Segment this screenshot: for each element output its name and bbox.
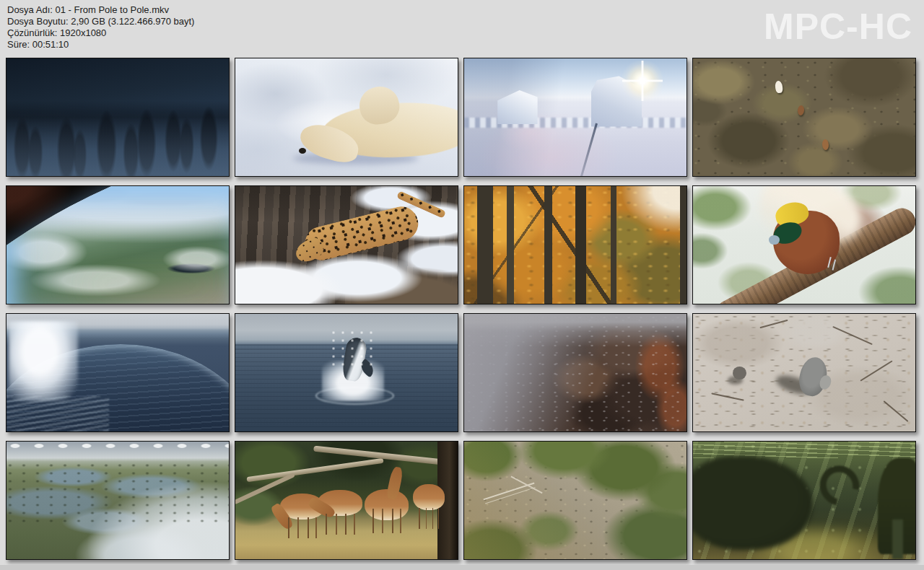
thumbnail-elephants-sand-aerial: [692, 313, 916, 432]
water-reflections: [6, 396, 109, 431]
thumbnail-amur-leopard-snow: [235, 185, 458, 304]
thumbnail-bird-of-paradise: [692, 185, 916, 304]
thumbnail-polar-bears-snow: [235, 58, 458, 177]
impala-legs: [416, 508, 442, 529]
thumbnail-waterfall-mist: [463, 313, 687, 432]
twig: [883, 400, 908, 422]
thumbnail-bushland-aerial: [463, 441, 687, 560]
twig: [711, 393, 744, 401]
impala: [365, 477, 409, 533]
impala-legs: [321, 514, 359, 535]
thumbnail-autumn-forest: [463, 185, 687, 304]
twig: [860, 361, 892, 382]
file-info: Dosya Adı: 01 - From Pole to Pole.mkv Do…: [7, 4, 194, 51]
thumbnail-earth-from-space: [6, 185, 230, 304]
impala-legs: [284, 517, 321, 538]
impala: [318, 488, 362, 535]
water-droplets: [331, 329, 375, 367]
thumbnail-grid: [6, 58, 916, 560]
twig: [832, 326, 873, 345]
caribou: [797, 105, 804, 116]
ice-crack: [578, 123, 598, 177]
resolution-line: Çözünürlük: 1920x1080: [7, 27, 194, 39]
sun: [622, 61, 663, 101]
surface-shimmer: [693, 442, 915, 458]
impala: [413, 481, 444, 528]
thumbnail-delta-aerial: [6, 441, 230, 560]
thumbnail-tundra-animals-aerial: [692, 58, 916, 177]
impala-legs: [368, 509, 406, 533]
tree-specks: [6, 462, 229, 524]
thumbnail-elephants-underwater: [692, 441, 916, 560]
polar-bear-nose: [299, 148, 306, 154]
file-name-line: Dosya Adı: 01 - From Pole to Pole.mkv: [7, 4, 194, 16]
fallen-branch: [247, 458, 384, 483]
thumbnail-shark-breach: [235, 313, 458, 432]
thumbnail-penguins-blizzard: [6, 58, 230, 177]
mpc-hc-logo: MPC-HC: [764, 6, 912, 48]
twig: [760, 320, 788, 328]
duration-line: Süre: 00:51:10: [7, 39, 194, 51]
elephant-calf: [733, 367, 746, 380]
dead-branch: [510, 475, 542, 494]
caribou: [821, 139, 829, 151]
thumbnail-impala-herd: [235, 441, 458, 560]
wave-foam: [9, 321, 77, 401]
white-wolf: [775, 80, 783, 93]
ice-block-left: [497, 90, 537, 124]
impala-body: [413, 484, 444, 510]
atmosphere-rim: [6, 186, 229, 304]
thumbnail-sea-ice-sun: [463, 58, 687, 177]
thumbnail-ocean-wave: [6, 313, 230, 432]
water-between-legs: [892, 519, 903, 559]
bottom-edge: [0, 565, 924, 570]
file-size-line: Dosya Boyutu: 2,90 GB (3.122.466.970 bay…: [7, 16, 194, 27]
